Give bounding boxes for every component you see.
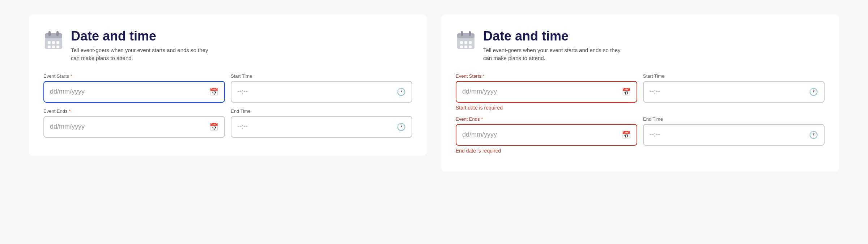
event-ends-field-left: Event Ends * dd/mm/yyyy 📅 <box>43 108 225 138</box>
end-time-input-right[interactable]: --:-- 🕐 <box>643 124 825 146</box>
svg-rect-18 <box>464 46 467 48</box>
clock-ends-icon-right: 🕐 <box>809 130 818 139</box>
calendar-input-icon-left: 📅 <box>209 87 218 96</box>
start-date-error-msg: Start date is required <box>456 105 637 111</box>
end-time-field-right: End Time --:-- 🕐 <box>643 116 825 154</box>
svg-rect-12 <box>461 31 463 36</box>
event-starts-value-left: dd/mm/yyyy <box>50 88 85 95</box>
event-ends-input-left[interactable]: dd/mm/yyyy 📅 <box>43 116 225 138</box>
end-time-input-left[interactable]: --:-- 🕐 <box>231 116 412 138</box>
end-time-label-left: End Time <box>231 108 412 114</box>
clock-ends-icon-left: 🕐 <box>397 123 406 131</box>
form-grid-left: Event Starts * dd/mm/yyyy 📅 Start Time -… <box>43 73 412 138</box>
start-time-value-left: --:-- <box>237 88 248 95</box>
event-starts-input-right[interactable]: dd/mm/yyyy 📅 <box>456 81 637 103</box>
event-starts-value-right: dd/mm/yyyy <box>462 88 497 95</box>
event-starts-field-right: Event Starts * dd/mm/yyyy 📅 Start date i… <box>456 73 637 111</box>
header-text-left: Date and time Tell event-goers when your… <box>71 29 208 63</box>
panel-title-right: Date and time <box>483 29 621 43</box>
calendar-icon-right <box>456 30 476 51</box>
clock-input-icon-left: 🕐 <box>397 87 406 96</box>
svg-rect-2 <box>48 31 51 36</box>
svg-rect-8 <box>52 46 55 48</box>
svg-rect-5 <box>52 41 55 44</box>
clock-input-icon-right: 🕐 <box>809 87 818 96</box>
end-time-value-left: --:-- <box>237 123 248 130</box>
event-ends-field-right: Event Ends * dd/mm/yyyy 📅 End date is re… <box>456 116 637 154</box>
panel-right: Date and time Tell event-goers when your… <box>441 14 839 172</box>
required-star-start-right: * <box>482 73 484 79</box>
svg-rect-4 <box>48 41 51 44</box>
event-ends-label-left: Event Ends * <box>43 108 225 114</box>
start-time-field-left: Start Time --:-- 🕐 <box>231 73 412 103</box>
event-ends-input-right[interactable]: dd/mm/yyyy 📅 <box>456 124 637 146</box>
start-time-label-left: Start Time <box>231 73 412 79</box>
event-starts-input-left[interactable]: dd/mm/yyyy 📅 <box>43 81 225 103</box>
svg-rect-14 <box>460 41 463 44</box>
svg-rect-19 <box>469 46 472 48</box>
start-time-input-right[interactable]: --:-- 🕐 <box>643 81 825 103</box>
form-grid-right: Event Starts * dd/mm/yyyy 📅 Start date i… <box>456 73 825 154</box>
start-time-input-left[interactable]: --:-- 🕐 <box>231 81 412 103</box>
svg-rect-11 <box>457 33 475 38</box>
panel-header-left: Date and time Tell event-goers when your… <box>43 29 412 63</box>
panel-description-right: Tell event-goers when your event starts … <box>483 46 621 63</box>
panel-description-left: Tell event-goers when your event starts … <box>71 46 208 63</box>
end-date-error-msg: End date is required <box>456 148 637 154</box>
end-time-field-left: End Time --:-- 🕐 <box>231 108 412 138</box>
calendar-input-icon-right: 📅 <box>622 87 631 96</box>
end-time-value-right: --:-- <box>650 131 660 138</box>
event-starts-field-left: Event Starts * dd/mm/yyyy 📅 <box>43 73 225 103</box>
svg-rect-17 <box>460 46 463 48</box>
svg-rect-1 <box>45 33 62 38</box>
calendar-icon-left <box>43 30 64 51</box>
svg-rect-13 <box>469 31 471 36</box>
svg-rect-9 <box>56 46 59 48</box>
start-time-label-right: Start Time <box>643 73 825 79</box>
svg-rect-6 <box>56 41 59 44</box>
panel-header-right: Date and time Tell event-goers when your… <box>456 29 825 63</box>
calendar-ends-icon-left: 📅 <box>209 123 218 131</box>
event-starts-label-left: Event Starts * <box>43 73 225 79</box>
panel-left: Date and time Tell event-goers when your… <box>29 14 427 156</box>
required-star: * <box>70 73 72 79</box>
start-time-value-right: --:-- <box>650 88 660 95</box>
svg-rect-7 <box>48 46 51 48</box>
end-time-label-right: End Time <box>643 116 825 122</box>
calendar-ends-icon-right: 📅 <box>622 130 631 139</box>
panel-title-left: Date and time <box>71 29 208 43</box>
event-starts-label-right: Event Starts * <box>456 73 637 79</box>
header-text-right: Date and time Tell event-goers when your… <box>483 29 621 63</box>
event-ends-value-right: dd/mm/yyyy <box>462 131 497 138</box>
event-ends-label-right: Event Ends * <box>456 116 637 122</box>
required-star-ends-right: * <box>481 116 483 122</box>
svg-rect-16 <box>469 41 472 44</box>
required-star-ends: * <box>69 108 71 114</box>
svg-rect-3 <box>56 31 59 36</box>
start-time-field-right: Start Time --:-- 🕐 <box>643 73 825 111</box>
event-ends-value-left: dd/mm/yyyy <box>50 123 85 130</box>
svg-rect-15 <box>464 41 467 44</box>
